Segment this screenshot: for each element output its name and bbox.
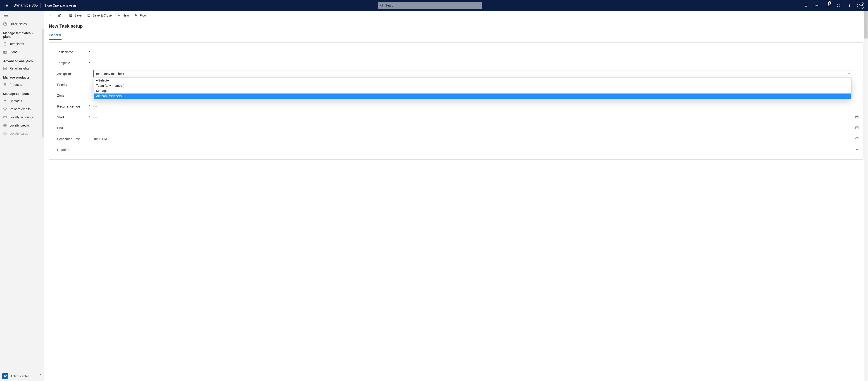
plus-icon[interactable] — [812, 0, 822, 11]
priority-label: Priority — [57, 83, 89, 86]
duration-field[interactable]: --- — [93, 148, 863, 152]
template-label: Template — [57, 61, 89, 65]
open-new-window-icon[interactable] — [55, 11, 64, 20]
save-button[interactable]: Save — [66, 11, 84, 20]
dropdown-option-select[interactable]: --Select-- — [94, 78, 851, 83]
required-icon: * — [89, 61, 93, 65]
sidebar-label: Plans — [9, 50, 18, 54]
dropdown-option-all-team[interactable]: All team members — [94, 93, 851, 99]
updown-icon[interactable] — [39, 374, 42, 378]
global-search[interactable] — [378, 2, 482, 9]
tab-general[interactable]: General — [49, 32, 62, 40]
sidebar-scrollbar[interactable] — [42, 29, 44, 138]
app-launcher-icon[interactable] — [2, 0, 11, 11]
chevron-down-icon[interactable] — [846, 70, 850, 77]
page-title: New Task setup — [49, 24, 864, 29]
sidebar-item-loyalty-cards[interactable]: Loyalty cards — [0, 129, 44, 138]
help-icon[interactable] — [844, 0, 855, 11]
scheduled-field[interactable]: 10:00 PM — [93, 137, 863, 141]
svg-point-14 — [838, 5, 839, 6]
scrollbar-thumb[interactable] — [864, 11, 868, 38]
sidebar-section-templates: Manage templates & plans — [0, 28, 44, 40]
row-scheduled-time: Scheduled Time 10:00 PM — [57, 134, 863, 144]
svg-rect-19 — [4, 23, 6, 25]
user-avatar[interactable]: DM — [857, 2, 864, 9]
required-icon: * — [89, 115, 93, 119]
calendar-icon[interactable] — [855, 126, 859, 130]
search-input[interactable] — [385, 4, 479, 7]
sidebar-item-loyalty-accounts[interactable]: Loyalty accounts — [0, 113, 44, 121]
clock-icon[interactable] — [855, 137, 859, 141]
task-name-field[interactable]: --- — [93, 50, 863, 54]
chevron-down-icon[interactable] — [856, 148, 859, 152]
brand-label[interactable]: Dynamics 365 — [11, 3, 40, 7]
bell-icon[interactable]: 2 — [823, 0, 833, 11]
svg-point-15 — [849, 6, 850, 7]
assign-to-dropdown: --Select-- Team (any member) Manager All… — [94, 78, 851, 99]
scheduled-label: Scheduled Time — [57, 137, 89, 141]
row-start: Start * --- — [57, 112, 863, 123]
template-field[interactable]: --- — [93, 61, 863, 65]
svg-rect-31 — [4, 133, 6, 135]
action-center-badge: AC — [2, 373, 8, 379]
sidebar-item-contacts[interactable]: Contacts — [0, 97, 44, 105]
dropdown-option-manager[interactable]: Manager — [94, 88, 851, 93]
svg-rect-20 — [4, 51, 6, 53]
new-button[interactable]: New — [115, 11, 132, 20]
svg-rect-32 — [70, 14, 71, 15]
flow-button[interactable]: Flow — [132, 11, 154, 20]
sidebar-label: Products — [9, 83, 22, 86]
svg-point-2 — [7, 4, 8, 4]
svg-point-8 — [7, 6, 8, 7]
sidebar-label: Templates — [9, 42, 24, 46]
calendar-icon[interactable] — [855, 115, 859, 120]
svg-rect-27 — [4, 116, 6, 118]
sidebar-item-products[interactable]: Products — [0, 81, 44, 89]
svg-point-24 — [4, 99, 6, 101]
action-center-label: Action center — [10, 375, 37, 378]
svg-rect-33 — [70, 16, 71, 17]
gear-icon[interactable] — [834, 0, 843, 11]
hamburger-icon[interactable] — [0, 11, 44, 20]
end-label: End — [57, 126, 89, 130]
svg-point-3 — [5, 5, 5, 6]
duration-label: Duration — [57, 148, 89, 152]
start-field[interactable]: --- — [93, 115, 863, 119]
command-bar: Save Save & Close New Flow — [44, 11, 868, 20]
form-card: Task Name * --- Template * --- Assign To… — [49, 42, 864, 159]
sidebar-label: Loyalty accounts — [9, 115, 33, 119]
svg-rect-29 — [4, 124, 6, 126]
start-label: Start — [57, 115, 89, 119]
lightbulb-icon[interactable] — [801, 0, 811, 11]
recurrence-field[interactable]: --- — [93, 105, 863, 108]
sidebar-footer[interactable]: AC Action center — [0, 371, 44, 381]
save-close-label: Save & Close — [93, 13, 112, 17]
sidebar-item-loyalty-credits[interactable]: Loyalty credits — [0, 121, 44, 129]
sidebar-label: Loyalty credits — [9, 124, 30, 127]
content-scrollbar[interactable] — [864, 11, 868, 381]
assign-to-label: Assign To — [57, 72, 89, 76]
svg-point-26 — [5, 108, 6, 109]
save-close-button[interactable]: Save & Close — [84, 11, 115, 20]
row-duration: Duration --- — [57, 144, 863, 155]
svg-rect-40 — [856, 127, 858, 129]
svg-point-0 — [5, 4, 5, 4]
tab-bar: General — [49, 32, 864, 40]
sidebar-item-retail-insights[interactable]: Retail insights — [0, 64, 44, 72]
end-field[interactable]: --- — [93, 126, 863, 130]
app-name-label[interactable]: Store Operations Assist — [41, 4, 81, 7]
task-name-label: Task Name — [57, 50, 89, 54]
row-end: End --- — [57, 123, 863, 134]
svg-point-1 — [6, 4, 7, 4]
dropdown-option-team-any[interactable]: Team (any member) — [94, 83, 851, 88]
sidebar-item-plans[interactable]: Plans — [0, 48, 44, 56]
row-task-name: Task Name * --- — [57, 47, 863, 58]
back-button[interactable] — [46, 11, 55, 20]
sidebar-section-products: Manage products — [0, 72, 44, 81]
assign-to-combobox[interactable]: Team (any member) --Select-- Team (any m… — [93, 70, 852, 78]
sidebar-item-templates[interactable]: Templates — [0, 40, 44, 48]
sidebar-item-quick-notes[interactable]: Quick Notes — [0, 20, 44, 28]
sidebar-label: Retail insights — [9, 66, 29, 70]
sidebar-label: Quick Notes — [9, 22, 27, 26]
sidebar-item-reward-credits[interactable]: Reward credits — [0, 105, 44, 113]
